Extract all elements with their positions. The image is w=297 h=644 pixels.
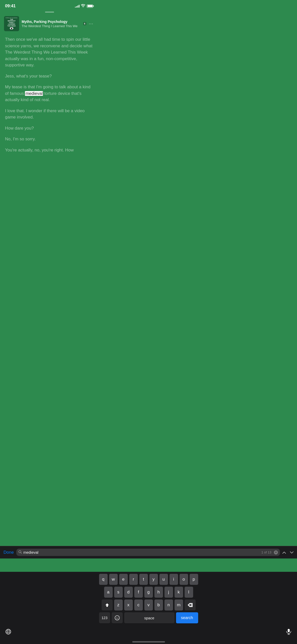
status-time: 09:41	[5, 4, 16, 9]
podcast-info: Myths, Parking Psychology The Weirdest T…	[22, 20, 81, 28]
transcript-para-7: You're actually, no, you're right. How	[5, 147, 94, 153]
podcast-show-title: The Weirdest Thing I Learned This We	[22, 24, 81, 28]
transcript-para-5: How dare you?	[5, 125, 94, 132]
status-icons	[75, 4, 94, 8]
podcast-episode-title: Myths, Parking Psychology	[22, 20, 81, 24]
transcript-para-3: My tease is that I'm going to talk about…	[5, 84, 94, 103]
podcast-badges: E ···	[83, 20, 95, 27]
thumbnail-eye	[10, 27, 13, 29]
status-bar: 09:41	[0, 0, 99, 11]
wifi-icon	[81, 4, 85, 8]
handle-bar	[0, 11, 99, 15]
drag-handle	[45, 12, 54, 13]
search-highlight: medieval	[25, 91, 43, 96]
podcast-thumbnail: POPULAR SCIENCE THEWEIRDESTTHING ILEARNE…	[4, 16, 19, 31]
signal-icon	[75, 5, 79, 8]
explicit-badge: E	[83, 22, 86, 25]
transcript-para-4: I love that. I wonder if there will be a…	[5, 108, 94, 120]
podcast-header: POPULAR SCIENCE THEWEIRDESTTHING ILEARNE…	[0, 15, 99, 34]
more-options-button[interactable]: ···	[87, 20, 95, 27]
transcript-area: Then once we've all had time to spin our…	[0, 34, 99, 162]
transcript-para-2: Jess, what's your tease?	[5, 73, 94, 79]
transcript-para-1: Then once we've all had time to spin our…	[5, 36, 94, 68]
battery-icon	[87, 5, 94, 8]
transcript-para-6: No, I'm so sorry.	[5, 136, 94, 142]
